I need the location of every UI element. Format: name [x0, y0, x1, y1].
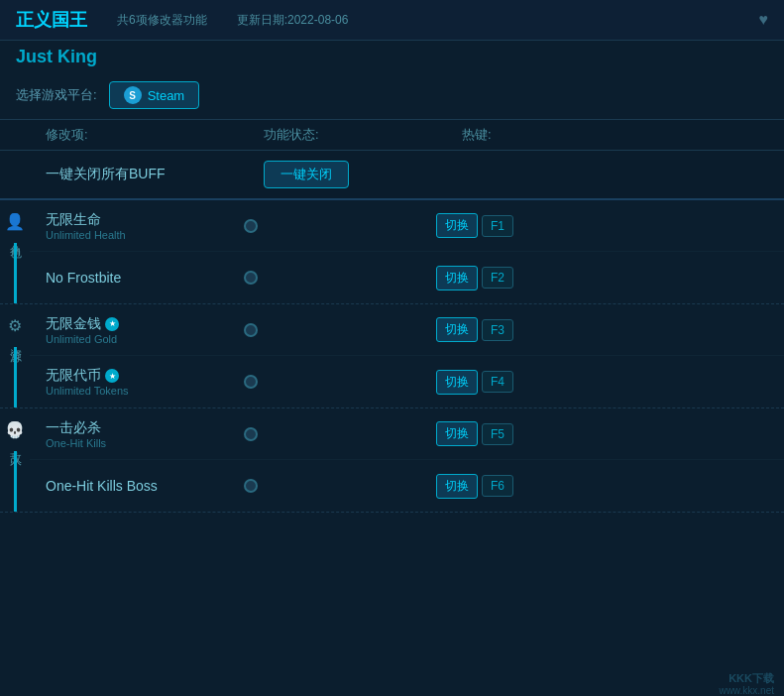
- mod-name-en: Unlimited Health: [46, 229, 244, 241]
- hotkey-key: F3: [482, 319, 513, 341]
- section-bar-resource: [14, 347, 17, 407]
- section-bar-enemy: [14, 451, 17, 512]
- hotkey-key: F2: [482, 267, 513, 289]
- star-badge-icon: ★: [105, 369, 119, 383]
- table-row: 一击必杀One-Hit Kills切换F5: [30, 408, 784, 460]
- toggle-switch[interactable]: [244, 427, 258, 441]
- col-hotkey-label: 热键:: [462, 126, 492, 144]
- onekey-button[interactable]: 一键关闭: [264, 161, 349, 188]
- mod-info: 一击必杀One-Hit Kills: [46, 419, 244, 449]
- watermark: KKK下载: [728, 671, 774, 686]
- column-headers: 修改项: 功能状态: 热键:: [0, 119, 784, 151]
- toggle-switch[interactable]: [244, 375, 258, 389]
- mod-info: No Frostbite: [46, 270, 244, 286]
- section-text-enemy: 敌人: [7, 443, 24, 447]
- hotkey-group: 切换F5: [436, 421, 513, 446]
- section-icon-resource: ⚙: [8, 316, 22, 335]
- section-bar-character: [14, 243, 17, 303]
- col-status-label: 功能状态:: [264, 126, 462, 144]
- section-rows-enemy: 一击必杀One-Hit Kills切换F5One-Hit Kills Boss切…: [30, 408, 784, 512]
- mod-name-cn: 无限金钱★: [46, 315, 244, 333]
- mod-name-cn: No Frostbite: [46, 270, 244, 286]
- mod-name-en: Unlimited Gold: [46, 333, 244, 345]
- platform-row: 选择游戏平台: S Steam: [0, 71, 784, 119]
- game-title-en: Just King: [16, 47, 97, 66]
- section-enemy: 💀敌人一击必杀One-Hit Kills切换F5One-Hit Kills Bo…: [0, 408, 784, 513]
- switch-button[interactable]: 切换: [436, 213, 478, 238]
- hotkey-group: 切换F2: [436, 266, 513, 290]
- switch-button[interactable]: 切换: [436, 317, 478, 342]
- hotkey-group: 切换F1: [436, 213, 513, 238]
- section-label-character: 👤角色: [0, 200, 30, 303]
- toggle-switch[interactable]: [244, 219, 258, 233]
- table-row: 无限代币★Unlimited Tokens切换F4: [30, 356, 784, 407]
- mod-name-cn: 无限代币★: [46, 367, 244, 385]
- switch-button[interactable]: 切换: [436, 421, 478, 446]
- hotkey-group: 切换F6: [436, 474, 513, 499]
- section-label-resource: ⚙资源: [0, 304, 30, 407]
- steam-platform-button[interactable]: S Steam: [109, 81, 200, 109]
- hotkey-key: F4: [482, 371, 513, 393]
- section-text-character: 角色: [7, 235, 24, 239]
- hotkey-key: F6: [482, 475, 513, 497]
- star-badge-icon: ★: [105, 317, 119, 331]
- content-area: 👤角色无限生命Unlimited Health切换F1No Frostbite切…: [0, 200, 784, 696]
- section-rows-character: 无限生命Unlimited Health切换F1No Frostbite切换F2: [30, 200, 784, 303]
- onekey-row: 一键关闭所有BUFF 一键关闭: [0, 151, 784, 200]
- switch-button[interactable]: 切换: [436, 370, 478, 395]
- section-icon-character: 👤: [5, 212, 25, 231]
- section-rows-resource: 无限金钱★Unlimited Gold切换F3无限代币★Unlimited To…: [30, 304, 784, 407]
- mod-info: 无限金钱★Unlimited Gold: [46, 315, 244, 345]
- mod-info: One-Hit Kills Boss: [46, 478, 244, 494]
- col-mod-label: 修改项:: [46, 126, 264, 144]
- mod-name-cn: 无限生命: [46, 211, 244, 229]
- app-header: 正义国王 共6项修改器功能 更新日期:2022-08-06 ♥: [0, 0, 784, 41]
- mod-info: 无限生命Unlimited Health: [46, 211, 244, 241]
- section-text-resource: 资源: [7, 339, 24, 343]
- section-character: 👤角色无限生命Unlimited Health切换F1No Frostbite切…: [0, 200, 784, 304]
- toggle-switch[interactable]: [244, 323, 258, 337]
- update-date: 更新日期:2022-08-06: [237, 12, 349, 29]
- section-label-enemy: 💀敌人: [0, 408, 30, 512]
- switch-button[interactable]: 切换: [436, 474, 478, 499]
- onekey-label: 一键关闭所有BUFF: [46, 166, 264, 183]
- features-count: 共6项修改器功能: [117, 12, 207, 29]
- mod-name-en: Unlimited Tokens: [46, 385, 244, 397]
- mod-info: 无限代币★Unlimited Tokens: [46, 367, 244, 397]
- toggle-switch[interactable]: [244, 271, 258, 285]
- hotkey-key: F5: [482, 423, 513, 445]
- table-row: No Frostbite切换F2: [30, 252, 784, 303]
- platform-label: 选择游戏平台:: [16, 86, 97, 104]
- switch-button[interactable]: 切换: [436, 266, 478, 290]
- steam-icon: S: [124, 86, 142, 104]
- sub-header: Just King: [0, 41, 784, 71]
- hotkey-group: 切换F4: [436, 370, 513, 395]
- section-icon-enemy: 💀: [5, 420, 25, 439]
- watermark-url: www.kkx.net: [719, 685, 774, 696]
- table-row: One-Hit Kills Boss切换F6: [30, 460, 784, 512]
- hotkey-key: F1: [482, 215, 513, 237]
- mod-name-cn: One-Hit Kills Boss: [46, 478, 244, 494]
- table-row: 无限生命Unlimited Health切换F1: [30, 200, 784, 252]
- game-title-cn: 正义国王: [16, 8, 87, 32]
- section-resource: ⚙资源无限金钱★Unlimited Gold切换F3无限代币★Unlimited…: [0, 304, 784, 408]
- table-row: 无限金钱★Unlimited Gold切换F3: [30, 304, 784, 356]
- steam-label: Steam: [148, 88, 185, 103]
- mod-name-en: One-Hit Kills: [46, 437, 244, 449]
- toggle-switch[interactable]: [244, 479, 258, 493]
- hotkey-group: 切换F3: [436, 317, 513, 342]
- mod-name-cn: 一击必杀: [46, 419, 244, 437]
- favorite-icon[interactable]: ♥: [759, 11, 769, 29]
